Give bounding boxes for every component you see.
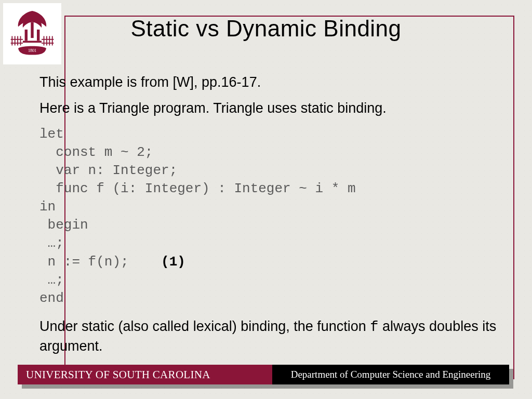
- code-line: n := f(n); (1): [39, 254, 185, 270]
- explanation: Under static (also called lexical) bindi…: [39, 317, 497, 356]
- code-line: end: [39, 290, 64, 306]
- slide-title: Static vs Dynamic Binding: [0, 16, 532, 42]
- svg-text:1801: 1801: [28, 48, 36, 53]
- code-block: let const m ~ 2; var n: Integer; func f …: [39, 125, 497, 308]
- code-line: func f (i: Integer) : Integer ~ i * m: [39, 181, 356, 196]
- code-line: begin: [39, 217, 88, 233]
- explanation-text: Under static (also called lexical) bindi…: [39, 318, 370, 334]
- explanation-code-ref: f: [370, 320, 378, 335]
- intro-citation: This example is from [W], pp.16-17.: [39, 73, 497, 91]
- code-text: n := f(n);: [39, 254, 161, 270]
- code-line: in: [39, 199, 56, 215]
- code-line: …;: [39, 272, 64, 288]
- slide-body: This example is from [W], pp.16-17. Here…: [39, 73, 497, 363]
- footer-department: Department of Computer Science and Engin…: [272, 365, 509, 384]
- code-line: let: [39, 126, 64, 142]
- footer-university: UNIVERSITY OF SOUTH CAROLINA: [18, 365, 272, 384]
- code-line: var n: Integer;: [39, 163, 177, 178]
- intro-description: Here is a Triangle program. Triangle use…: [39, 99, 497, 117]
- code-marker: (1): [161, 254, 185, 270]
- code-line: const m ~ 2;: [39, 144, 153, 160]
- code-line: …;: [39, 235, 64, 251]
